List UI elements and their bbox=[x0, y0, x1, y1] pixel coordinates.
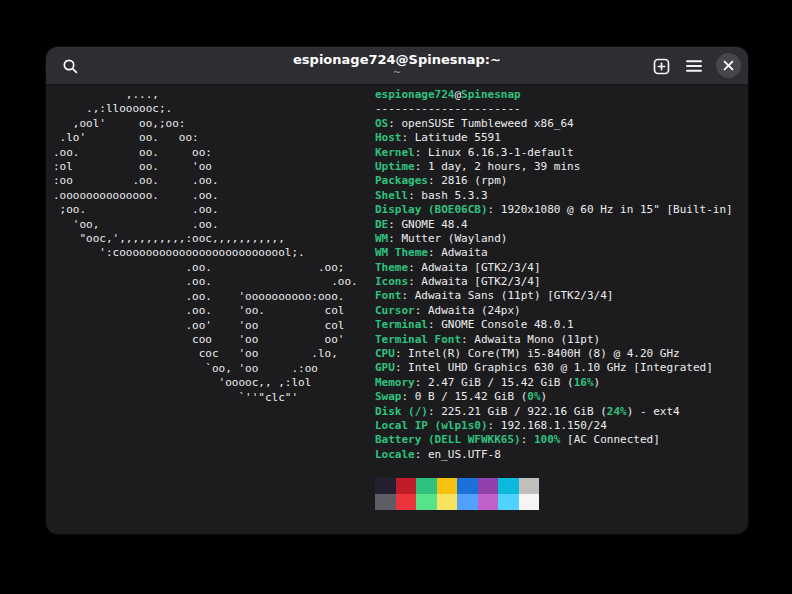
info-line: espionage724@Spinesnap bbox=[375, 88, 733, 102]
info-label: Host bbox=[375, 131, 402, 144]
info-value: ) bbox=[541, 390, 548, 403]
info-value: : Adwaita [GTK2/3/4] bbox=[408, 261, 540, 274]
close-button[interactable] bbox=[716, 53, 741, 78]
palette-block bbox=[498, 494, 519, 510]
info-value: ) - ext4 bbox=[627, 405, 680, 418]
info-value: : bash 5.3.3 bbox=[408, 189, 487, 202]
info-line: Shell: bash 5.3.3 bbox=[375, 189, 733, 203]
info-label: Font bbox=[375, 289, 402, 302]
palette-block bbox=[478, 494, 499, 510]
menu-button[interactable] bbox=[681, 53, 707, 79]
palette-row2 bbox=[375, 494, 539, 510]
palette-block bbox=[498, 478, 519, 494]
info-label: 24% bbox=[607, 405, 627, 418]
info-value: : bbox=[521, 433, 534, 446]
info-value: : 2816 (rpm) bbox=[428, 174, 507, 187]
info-line: Uptime: 1 day, 2 hours, 39 mins bbox=[375, 160, 733, 174]
info-label: Cursor bbox=[375, 304, 415, 317]
info-label: Icons bbox=[375, 275, 408, 288]
info-label: Theme bbox=[375, 261, 408, 274]
info-line: Font: Adwaita Sans (11pt) [GTK2/3/4] bbox=[375, 289, 733, 303]
info-value: [AC Connected] bbox=[560, 433, 659, 446]
info-line: Host: Latitude 5591 bbox=[375, 131, 733, 145]
info-label: WM bbox=[375, 232, 388, 245]
info-value: ---------------------- bbox=[375, 102, 521, 115]
info-label: GPU bbox=[375, 361, 395, 374]
info-line: Kernel: Linux 6.16.3-1-default bbox=[375, 146, 733, 160]
close-icon bbox=[723, 60, 734, 71]
info-value: : Adwaita (24px) bbox=[415, 304, 521, 317]
info-label: Swap bbox=[375, 390, 402, 403]
titlebar[interactable]: espionage724@Spinesnap:~ ~ bbox=[46, 47, 748, 85]
window-title: espionage724@Spinesnap:~ bbox=[46, 52, 748, 67]
info-label: 16% bbox=[574, 376, 594, 389]
info-line: DE: GNOME 48.4 bbox=[375, 218, 733, 232]
info-line: Locale: en_US.UTF-8 bbox=[375, 448, 733, 462]
new-tab-button[interactable] bbox=[648, 53, 674, 79]
terminal-screen[interactable]: ,..., .,:lloooooc;. ,ool' oo,;oo: .lo' o… bbox=[46, 85, 748, 534]
info-line: Memory: 2.47 GiB / 15.42 GiB (16%) bbox=[375, 376, 733, 390]
palette-block bbox=[519, 478, 540, 494]
info-value: : 1 day, 2 hours, 39 mins bbox=[415, 160, 581, 173]
info-label: OS bbox=[375, 117, 388, 130]
info-value: : Adwaita [GTK2/3/4] bbox=[408, 275, 540, 288]
info-label: 0% bbox=[527, 390, 540, 403]
info-label: Disk (/) bbox=[375, 405, 428, 418]
palette-block bbox=[396, 494, 417, 510]
palette-block bbox=[396, 478, 417, 494]
desktop-background: espionage724@Spinesnap:~ ~ bbox=[0, 0, 792, 594]
info-label: Display (BOE06CB) bbox=[375, 203, 488, 216]
info-line: Packages: 2816 (rpm) bbox=[375, 174, 733, 188]
info-value: ) bbox=[594, 376, 601, 389]
info-line: Theme: Adwaita [GTK2/3/4] bbox=[375, 261, 733, 275]
palette-block bbox=[416, 478, 437, 494]
info-line: Terminal Font: Adwaita Mono (11pt) bbox=[375, 333, 733, 347]
info-line: GPU: Intel UHD Graphics 630 @ 1.10 GHz [… bbox=[375, 361, 733, 375]
info-value: : Intel(R) Core(TM) i5-8400H (8) @ 4.20 … bbox=[395, 347, 680, 360]
info-line: Swap: 0 B / 15.42 GiB (0%) bbox=[375, 390, 733, 404]
system-info: espionage724@Spinesnap------------------… bbox=[375, 88, 733, 462]
info-line: CPU: Intel(R) Core(TM) i5-8400H (8) @ 4.… bbox=[375, 347, 733, 361]
info-line: Terminal: GNOME Console 48.0.1 bbox=[375, 318, 733, 332]
new-tab-icon bbox=[653, 58, 670, 75]
footer: Thu Aug 28 08:14:37 PM EDT 2025 espionag… bbox=[53, 503, 258, 534]
ascii-art-logo: ,..., .,:lloooooc;. ,ool' oo,;oo: .lo' o… bbox=[53, 88, 358, 405]
info-label: Kernel bbox=[375, 146, 415, 159]
info-line: Icons: Adwaita [GTK2/3/4] bbox=[375, 275, 733, 289]
info-label: Local IP (wlp1s0) bbox=[375, 419, 488, 432]
info-label: Uptime bbox=[375, 160, 415, 173]
window-subtitle: ~ bbox=[46, 67, 748, 78]
search-icon bbox=[62, 58, 79, 75]
info-label: Packages bbox=[375, 174, 428, 187]
menu-icon bbox=[686, 59, 702, 73]
info-label: Memory bbox=[375, 376, 415, 389]
info-value: : 1920x1080 @ 60 Hz in 15" [Built-in] bbox=[488, 203, 733, 216]
palette-row1 bbox=[375, 478, 539, 494]
palette-block bbox=[457, 478, 478, 494]
palette-block bbox=[457, 494, 478, 510]
info-line: Disk (/): 225.21 GiB / 922.16 GiB (24%) … bbox=[375, 405, 733, 419]
palette-block bbox=[375, 494, 396, 510]
info-label: DE bbox=[375, 218, 388, 231]
info-line: Cursor: Adwaita (24px) bbox=[375, 304, 733, 318]
info-value: : en_US.UTF-8 bbox=[415, 448, 501, 461]
search-button[interactable] bbox=[57, 53, 83, 79]
info-value: : GNOME Console 48.0.1 bbox=[428, 318, 574, 331]
info-value: : Latitude 5591 bbox=[402, 131, 501, 144]
info-line: WM: Mutter (Wayland) bbox=[375, 232, 733, 246]
info-value: : openSUSE Tumbleweed x86_64 bbox=[388, 117, 573, 130]
info-label: espionage724 bbox=[375, 88, 454, 101]
palette-block bbox=[375, 478, 396, 494]
info-value: : Intel UHD Graphics 630 @ 1.10 GHz [Int… bbox=[395, 361, 713, 374]
info-label: Spinesnap bbox=[461, 88, 521, 101]
palette-block bbox=[416, 494, 437, 510]
info-value: : 0 B / 15.42 GiB ( bbox=[402, 390, 528, 403]
info-value: : Mutter (Wayland) bbox=[388, 232, 507, 245]
info-line: WM Theme: Adwaita bbox=[375, 246, 733, 260]
info-value: : GNOME 48.4 bbox=[388, 218, 467, 231]
info-value: : 192.168.1.150/24 bbox=[488, 419, 607, 432]
info-label: 100% bbox=[534, 433, 561, 446]
palette-block bbox=[478, 478, 499, 494]
info-line: Display (BOE06CB): 1920x1080 @ 60 Hz in … bbox=[375, 203, 733, 217]
info-value: : Adwaita Sans (11pt) [GTK2/3/4] bbox=[402, 289, 614, 302]
